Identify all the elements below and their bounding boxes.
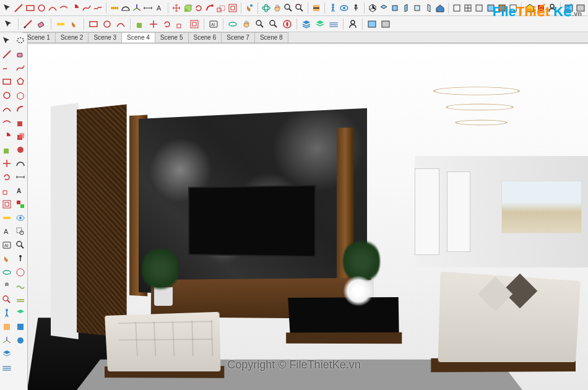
wire-icon[interactable]	[463, 2, 473, 14]
look-icon[interactable]	[339, 2, 349, 14]
thumb2-icon[interactable]	[379, 18, 392, 30]
lt-section-icon[interactable]	[1, 321, 13, 333]
lt-scale-icon[interactable]	[1, 184, 13, 197]
lt-layers-icon[interactable]	[1, 348, 13, 360]
pushpull-icon[interactable]	[183, 2, 192, 14]
lt2-solid2-icon[interactable]	[14, 130, 27, 142]
rotate-icon[interactable]	[194, 2, 204, 14]
fog-icon[interactable]	[327, 18, 340, 30]
offset-icon[interactable]	[227, 2, 237, 14]
lt2-lasso-icon[interactable]	[14, 35, 27, 47]
circle2-icon[interactable]	[101, 18, 113, 30]
lt2-zoomext-icon[interactable]	[14, 239, 27, 251]
rect2-icon[interactable]	[87, 18, 100, 30]
orbit2-icon[interactable]	[227, 18, 239, 30]
lt-circle-icon[interactable]	[1, 89, 13, 102]
house-icon[interactable]	[435, 2, 445, 14]
lt2-dim-icon[interactable]	[14, 171, 27, 183]
back-icon[interactable]	[412, 2, 422, 14]
arc3-icon[interactable]	[115, 18, 127, 30]
lt-arc-icon[interactable]	[1, 103, 13, 115]
ai-icon[interactable]: AI	[207, 18, 220, 30]
lt-walk-icon[interactable]	[1, 307, 13, 319]
top-icon[interactable]	[379, 2, 389, 14]
scene-tab-2[interactable]: Scene 2	[56, 32, 89, 43]
lt2-sandbox1-icon[interactable]	[14, 280, 27, 292]
lt2-solid1-icon[interactable]	[14, 116, 27, 129]
viewport-3d[interactable]: Two PointPerspective	[27, 45, 588, 390]
lt-fog-icon[interactable]	[1, 362, 13, 374]
hidden-icon[interactable]	[474, 2, 484, 14]
lt-rotate-icon[interactable]	[1, 171, 13, 183]
circle-icon[interactable]	[37, 2, 46, 14]
lt2-zoomwin-icon[interactable]	[14, 225, 27, 238]
protractor-icon[interactable]	[121, 2, 131, 14]
arc-icon[interactable]	[48, 2, 58, 14]
text-icon[interactable]: A	[154, 2, 164, 14]
rect-icon[interactable]	[25, 2, 35, 14]
lt-pushpull-icon[interactable]	[1, 144, 13, 156]
paint2-icon[interactable]	[68, 18, 80, 30]
dim-icon[interactable]	[143, 2, 153, 14]
lt-zoom-icon[interactable]	[1, 293, 13, 306]
section-icon[interactable]	[311, 2, 321, 14]
compass-icon[interactable]	[281, 18, 293, 30]
followme-icon[interactable]	[205, 2, 215, 14]
iso-icon[interactable]	[368, 2, 378, 14]
paint-icon[interactable]	[244, 2, 254, 14]
walk-icon[interactable]	[328, 2, 338, 14]
move2-icon[interactable]	[147, 18, 160, 30]
curve-icon[interactable]	[81, 2, 91, 14]
lt2-curve-icon[interactable]	[14, 62, 27, 74]
layers-icon[interactable]	[300, 18, 313, 30]
scene-tab-7[interactable]: Scene 7	[222, 32, 255, 43]
line-icon[interactable]	[14, 2, 24, 14]
lt-tape-icon[interactable]	[1, 212, 13, 224]
lt-select-icon[interactable]	[1, 35, 13, 47]
zoomext-icon[interactable]	[295, 2, 305, 14]
lt2-ext1-icon[interactable]	[14, 321, 27, 333]
xray-icon[interactable]	[452, 2, 462, 14]
select-icon[interactable]	[2, 2, 12, 14]
front-icon[interactable]	[390, 2, 400, 14]
lt2-text3d-icon[interactable]: A	[14, 184, 27, 197]
lt2-poly-icon[interactable]	[14, 76, 27, 88]
profile-icon[interactable]	[347, 18, 359, 30]
position-icon[interactable]	[351, 2, 361, 14]
lt-pie-icon[interactable]	[1, 130, 13, 142]
zoom2-icon[interactable]	[254, 18, 266, 30]
thumb1-icon[interactable]	[366, 18, 378, 30]
scene-tab-5[interactable]: Scene 5	[155, 32, 189, 43]
lt-orbit-icon[interactable]	[1, 266, 13, 279]
zoom-icon[interactable]	[283, 2, 293, 14]
lt2-compass-icon[interactable]	[14, 266, 27, 279]
lt2-mat-icon[interactable]	[14, 198, 27, 210]
lt2-protractor-icon[interactable]	[14, 157, 27, 170]
select2-icon[interactable]	[2, 18, 15, 30]
zoomext2-icon[interactable]	[267, 18, 280, 30]
lt2-layers2-icon[interactable]	[14, 307, 27, 319]
lt2-solid3-icon[interactable]	[14, 144, 27, 156]
lt-text-icon[interactable]: A	[1, 225, 13, 238]
pie-icon[interactable]	[70, 2, 80, 14]
lt-freehand-icon[interactable]	[1, 62, 13, 74]
line2-icon[interactable]	[22, 18, 34, 30]
lt2-eraser-icon[interactable]	[14, 48, 27, 61]
orbit-icon[interactable]	[261, 2, 271, 14]
right-icon[interactable]	[401, 2, 411, 14]
lt-paint-icon[interactable]	[1, 253, 13, 265]
lt2-ext2-icon[interactable]	[14, 334, 27, 347]
offset2-icon[interactable]	[188, 18, 201, 30]
freehand-icon[interactable]	[93, 2, 103, 14]
layers2-icon[interactable]	[314, 18, 326, 30]
tape2-icon[interactable]	[54, 18, 67, 30]
lt-ai-icon[interactable]: AI	[1, 239, 13, 251]
scale-icon[interactable]	[216, 2, 226, 14]
lt2-rect3d-icon[interactable]	[14, 89, 27, 102]
lt-offset-icon[interactable]	[1, 198, 13, 210]
arc2-icon[interactable]	[59, 2, 69, 14]
lt-pan-icon[interactable]	[1, 280, 13, 292]
move-icon[interactable]	[171, 2, 181, 14]
lt2-position-icon[interactable]	[14, 253, 27, 265]
pan2-icon[interactable]	[240, 18, 253, 30]
